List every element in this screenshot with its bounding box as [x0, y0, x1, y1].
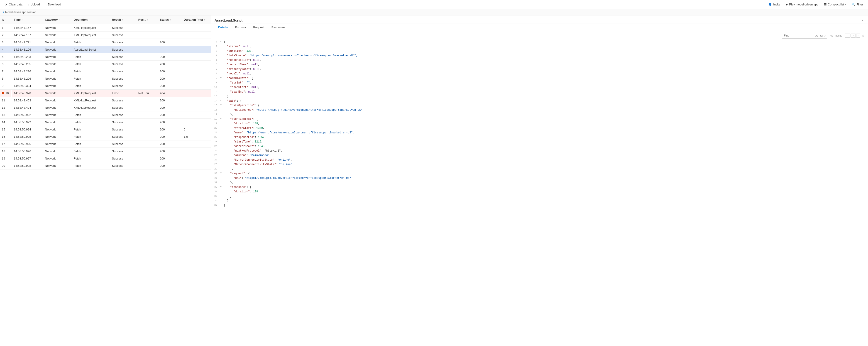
code-line: 22 "responseEnd": 1357, — [211, 135, 868, 140]
upload-button[interactable]: ↑ Upload — [26, 2, 42, 7]
find-options: Aa ab| .* — [814, 33, 827, 38]
line-toggle[interactable]: ▼ — [219, 104, 223, 107]
match-case-button[interactable]: Aa — [815, 34, 818, 37]
table-row[interactable]: 514:58:48.233NetworkFetchSuccess200 — [0, 53, 211, 60]
tab-details[interactable]: Details — [215, 24, 231, 31]
line-toggle[interactable]: ▼ — [219, 40, 223, 44]
line-toggle[interactable]: ▼ — [219, 99, 223, 103]
code-line: 1▼{ — [211, 40, 868, 45]
find-next-button[interactable]: → — [850, 34, 856, 38]
code-line: 32 }, — [211, 181, 868, 185]
table-row[interactable]: 1814:58:50.926NetworkFetchSuccess200 — [0, 148, 211, 155]
table-row[interactable]: 1914:58:50.927NetworkFetchSuccess200 — [0, 155, 211, 162]
code-line: 14▼ "data": { — [211, 99, 868, 104]
tab-response[interactable]: Response — [268, 24, 288, 31]
table-row[interactable]: 314:58:47.771NetworkFetchSuccess200 — [0, 38, 211, 46]
code-line: 6 "controlName": null, — [211, 63, 868, 67]
sort-icon-result: ↕ — [122, 18, 123, 21]
table-row[interactable]: 2014:58:50.928NetworkFetchSuccess200 — [0, 162, 211, 170]
code-line: 25 "nextHopProtocol": "http/1.1", — [211, 149, 868, 153]
sort-icon-res: ↕ — [147, 18, 148, 21]
table-row[interactable]: 1714:58:50.925NetworkFetchSuccess200 — [0, 140, 211, 148]
match-word-button[interactable]: ab| — [819, 34, 823, 37]
sort-icon-time: ↕ — [22, 18, 23, 21]
table-row[interactable]: 1514:58:50.924NetworkFetchSuccess2000 — [0, 126, 211, 133]
find-lines-button[interactable]: ≡ — [856, 34, 860, 38]
find-nav: ← → ≡ — [845, 34, 860, 38]
detail-tabs: Details Formula Request Response — [211, 24, 868, 31]
tab-formula[interactable]: Formula — [231, 24, 250, 31]
download-button[interactable]: ↓ Download — [43, 2, 63, 7]
code-line: 37 } — [211, 203, 868, 208]
upload-icon: ↑ — [28, 3, 30, 6]
tab-request[interactable]: Request — [249, 24, 268, 31]
col-header-status[interactable]: Status ↕ — [158, 16, 182, 24]
table-row[interactable]: 1014:58:48.378NetworkXMLHttpRequestError… — [0, 89, 211, 97]
table-row[interactable]: 814:58:48.296NetworkFetchSuccess200 — [0, 75, 211, 82]
table-row[interactable]: 1614:58:50.925NetworkFetchSuccess2001,0 — [0, 133, 211, 140]
line-toggle[interactable]: ▼ — [219, 185, 223, 189]
close-panel-button[interactable]: › — [861, 18, 864, 23]
table-row[interactable]: 114:58:47.167NetworkXMLHttpRequestSucces… — [0, 24, 211, 31]
code-viewer[interactable]: 1▼{2 "status": null,3 "duration": 138,4 … — [211, 40, 868, 346]
code-line: 31 "url": "https://mem.gfx.ms/meversion?… — [211, 176, 868, 181]
line-toggle[interactable]: ▼ — [219, 117, 223, 121]
find-bar: Aa ab| .* No Results ← → ≡ ✕ — [211, 31, 868, 40]
sort-icon-status: ↕ — [169, 18, 171, 21]
sort-icon-operation: ↕ — [89, 18, 90, 21]
table-row[interactable]: 714:58:48.236NetworkFetchSuccess200 — [0, 67, 211, 75]
table-row[interactable]: 414:58:48.106NetworkAssetLoad.ScriptSucc… — [0, 46, 211, 53]
clear-data-button[interactable]: ✕ Clear data — [3, 2, 25, 7]
code-line: 8 "nodeId": null, — [211, 72, 868, 76]
info-bar: ℹ Model-driven app session — [0, 9, 868, 16]
code-line: 21 "name": "https://mem.gfx.ms/meversion… — [211, 131, 868, 135]
col-header-category[interactable]: Category ↕ — [43, 16, 72, 24]
detail-title: AssetLoad.Script — [215, 18, 243, 22]
table-row[interactable]: 614:58:48.235NetworkFetchSuccess200 — [0, 60, 211, 67]
main-content: Id ↕ Time ↕ Category — [0, 16, 868, 346]
regex-button[interactable]: .* — [824, 34, 826, 37]
clear-icon: ✕ — [5, 3, 8, 6]
col-header-id[interactable]: Id ↕ — [0, 16, 12, 24]
col-header-time[interactable]: Time ↕ — [12, 16, 43, 24]
table-row[interactable]: 214:58:47.167NetworkXMLHttpRequestSucces… — [0, 31, 211, 38]
line-toggle[interactable]: ▼ — [219, 172, 223, 175]
code-line: 16 "dataSource": "https://mem.gfx.ms/mev… — [211, 108, 868, 113]
table-row[interactable]: 1414:58:50.922NetworkFetchSuccess200 — [0, 119, 211, 126]
code-line: 20 "fetchStart": 1349, — [211, 126, 868, 131]
col-header-res[interactable]: Res... ↕ — [136, 16, 158, 24]
find-prev-button[interactable]: ← — [845, 34, 850, 38]
code-line: 26 "window": "MainWindow", — [211, 153, 868, 158]
left-panel: Id ↕ Time ↕ Category — [0, 16, 211, 346]
code-line: 10 "script": "", — [211, 81, 868, 85]
sort-icon-id: ↕ — [5, 18, 7, 21]
code-line: 30▼ "request": { — [211, 172, 868, 176]
find-input[interactable] — [782, 34, 814, 38]
col-header-result[interactable]: Result ↕ — [110, 16, 136, 24]
table-row[interactable]: 1214:58:48.494NetworkXMLHttpRequestSucce… — [0, 104, 211, 111]
code-line: 3 "duration": 138, — [211, 49, 868, 54]
code-line: 13 }, — [211, 94, 868, 99]
filter-button[interactable]: 🔍 Filter — [849, 2, 865, 7]
line-toggle[interactable]: ▼ — [219, 76, 223, 80]
chevron-down-icon: ▾ — [845, 3, 846, 6]
code-line: 35 } — [211, 194, 868, 199]
download-icon: ↓ — [45, 3, 47, 6]
col-header-duration[interactable]: Duration (ms) ↕ — [182, 16, 211, 24]
code-line: 24 "workerStart": 1348, — [211, 144, 868, 149]
code-line: 17 }, — [211, 113, 868, 117]
play-model-driven-button[interactable]: ▶ Play model-driven app — [783, 2, 820, 7]
code-line: 18▼ "eventContext": { — [211, 117, 868, 122]
table-row[interactable]: 914:58:48.324NetworkFetchSuccess200 — [0, 82, 211, 89]
invite-button[interactable]: 👤 Invite — [766, 2, 782, 7]
code-line: 28 "NetworkConnectivityState": "online" — [211, 163, 868, 167]
sort-icon-duration: ↕ — [204, 18, 205, 21]
table-row[interactable]: 1114:58:48.453NetworkXMLHttpRequestSucce… — [0, 97, 211, 104]
col-header-operation[interactable]: Operation ↕ — [72, 16, 110, 24]
compact-list-button[interactable]: ☰ Compact list ▾ — [822, 2, 849, 7]
close-icon: › — [862, 18, 863, 22]
table-container[interactable]: Id ↕ Time ↕ Category — [0, 16, 211, 346]
code-line: 29 }, — [211, 167, 868, 172]
find-close-button[interactable]: ✕ — [862, 34, 864, 37]
table-row[interactable]: 1314:58:50.922NetworkFetchSuccess200 — [0, 111, 211, 119]
